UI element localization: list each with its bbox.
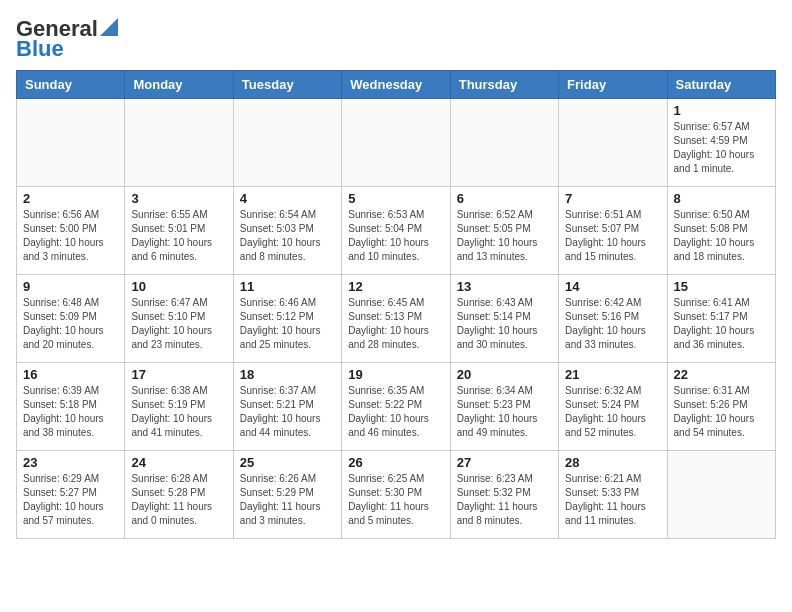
calendar-header-row: SundayMondayTuesdayWednesdayThursdayFrid… [17,71,776,99]
day-info: Sunrise: 6:57 AM Sunset: 4:59 PM Dayligh… [674,120,769,176]
calendar-cell: 15Sunrise: 6:41 AM Sunset: 5:17 PM Dayli… [667,275,775,363]
day-info: Sunrise: 6:52 AM Sunset: 5:05 PM Dayligh… [457,208,552,264]
day-number: 16 [23,367,118,382]
day-info: Sunrise: 6:54 AM Sunset: 5:03 PM Dayligh… [240,208,335,264]
calendar-week-row: 2Sunrise: 6:56 AM Sunset: 5:00 PM Daylig… [17,187,776,275]
day-number: 15 [674,279,769,294]
day-info: Sunrise: 6:34 AM Sunset: 5:23 PM Dayligh… [457,384,552,440]
day-number: 13 [457,279,552,294]
column-header-monday: Monday [125,71,233,99]
calendar-cell: 7Sunrise: 6:51 AM Sunset: 5:07 PM Daylig… [559,187,667,275]
calendar-cell: 2Sunrise: 6:56 AM Sunset: 5:00 PM Daylig… [17,187,125,275]
calendar-week-row: 23Sunrise: 6:29 AM Sunset: 5:27 PM Dayli… [17,451,776,539]
day-info: Sunrise: 6:25 AM Sunset: 5:30 PM Dayligh… [348,472,443,528]
calendar-cell: 21Sunrise: 6:32 AM Sunset: 5:24 PM Dayli… [559,363,667,451]
calendar-cell: 5Sunrise: 6:53 AM Sunset: 5:04 PM Daylig… [342,187,450,275]
day-number: 3 [131,191,226,206]
day-number: 19 [348,367,443,382]
day-number: 25 [240,455,335,470]
logo: General Blue [16,16,118,62]
calendar-cell: 17Sunrise: 6:38 AM Sunset: 5:19 PM Dayli… [125,363,233,451]
calendar-cell: 12Sunrise: 6:45 AM Sunset: 5:13 PM Dayli… [342,275,450,363]
calendar-week-row: 1Sunrise: 6:57 AM Sunset: 4:59 PM Daylig… [17,99,776,187]
calendar-cell: 28Sunrise: 6:21 AM Sunset: 5:33 PM Dayli… [559,451,667,539]
day-number: 23 [23,455,118,470]
logo-blue: Blue [16,36,64,62]
day-info: Sunrise: 6:42 AM Sunset: 5:16 PM Dayligh… [565,296,660,352]
day-info: Sunrise: 6:50 AM Sunset: 5:08 PM Dayligh… [674,208,769,264]
calendar-cell: 13Sunrise: 6:43 AM Sunset: 5:14 PM Dayli… [450,275,558,363]
day-number: 22 [674,367,769,382]
day-number: 18 [240,367,335,382]
day-number: 10 [131,279,226,294]
calendar-cell: 19Sunrise: 6:35 AM Sunset: 5:22 PM Dayli… [342,363,450,451]
day-number: 9 [23,279,118,294]
day-number: 8 [674,191,769,206]
day-number: 21 [565,367,660,382]
day-info: Sunrise: 6:53 AM Sunset: 5:04 PM Dayligh… [348,208,443,264]
calendar-cell: 9Sunrise: 6:48 AM Sunset: 5:09 PM Daylig… [17,275,125,363]
day-info: Sunrise: 6:37 AM Sunset: 5:21 PM Dayligh… [240,384,335,440]
calendar-cell: 3Sunrise: 6:55 AM Sunset: 5:01 PM Daylig… [125,187,233,275]
calendar-cell: 8Sunrise: 6:50 AM Sunset: 5:08 PM Daylig… [667,187,775,275]
day-info: Sunrise: 6:56 AM Sunset: 5:00 PM Dayligh… [23,208,118,264]
calendar-cell: 11Sunrise: 6:46 AM Sunset: 5:12 PM Dayli… [233,275,341,363]
column-header-saturday: Saturday [667,71,775,99]
day-info: Sunrise: 6:46 AM Sunset: 5:12 PM Dayligh… [240,296,335,352]
day-info: Sunrise: 6:32 AM Sunset: 5:24 PM Dayligh… [565,384,660,440]
day-info: Sunrise: 6:39 AM Sunset: 5:18 PM Dayligh… [23,384,118,440]
day-info: Sunrise: 6:45 AM Sunset: 5:13 PM Dayligh… [348,296,443,352]
day-info: Sunrise: 6:31 AM Sunset: 5:26 PM Dayligh… [674,384,769,440]
day-info: Sunrise: 6:48 AM Sunset: 5:09 PM Dayligh… [23,296,118,352]
column-header-friday: Friday [559,71,667,99]
day-number: 6 [457,191,552,206]
day-number: 2 [23,191,118,206]
calendar-table: SundayMondayTuesdayWednesdayThursdayFrid… [16,70,776,539]
day-info: Sunrise: 6:35 AM Sunset: 5:22 PM Dayligh… [348,384,443,440]
day-number: 4 [240,191,335,206]
day-info: Sunrise: 6:26 AM Sunset: 5:29 PM Dayligh… [240,472,335,528]
day-info: Sunrise: 6:38 AM Sunset: 5:19 PM Dayligh… [131,384,226,440]
page-header: General Blue [16,16,776,62]
day-info: Sunrise: 6:51 AM Sunset: 5:07 PM Dayligh… [565,208,660,264]
day-number: 7 [565,191,660,206]
day-number: 17 [131,367,226,382]
column-header-sunday: Sunday [17,71,125,99]
calendar-cell [17,99,125,187]
calendar-cell: 24Sunrise: 6:28 AM Sunset: 5:28 PM Dayli… [125,451,233,539]
day-number: 11 [240,279,335,294]
day-number: 1 [674,103,769,118]
calendar-cell [342,99,450,187]
calendar-cell: 26Sunrise: 6:25 AM Sunset: 5:30 PM Dayli… [342,451,450,539]
day-number: 12 [348,279,443,294]
day-number: 20 [457,367,552,382]
day-info: Sunrise: 6:55 AM Sunset: 5:01 PM Dayligh… [131,208,226,264]
calendar-week-row: 9Sunrise: 6:48 AM Sunset: 5:09 PM Daylig… [17,275,776,363]
calendar-cell [450,99,558,187]
calendar-cell [233,99,341,187]
calendar-cell: 27Sunrise: 6:23 AM Sunset: 5:32 PM Dayli… [450,451,558,539]
calendar-cell [125,99,233,187]
calendar-cell: 14Sunrise: 6:42 AM Sunset: 5:16 PM Dayli… [559,275,667,363]
day-info: Sunrise: 6:29 AM Sunset: 5:27 PM Dayligh… [23,472,118,528]
day-number: 24 [131,455,226,470]
logo-triangle-icon [100,18,118,36]
calendar-cell: 4Sunrise: 6:54 AM Sunset: 5:03 PM Daylig… [233,187,341,275]
calendar-cell: 16Sunrise: 6:39 AM Sunset: 5:18 PM Dayli… [17,363,125,451]
calendar-cell: 18Sunrise: 6:37 AM Sunset: 5:21 PM Dayli… [233,363,341,451]
day-info: Sunrise: 6:43 AM Sunset: 5:14 PM Dayligh… [457,296,552,352]
calendar-cell: 1Sunrise: 6:57 AM Sunset: 4:59 PM Daylig… [667,99,775,187]
column-header-thursday: Thursday [450,71,558,99]
day-number: 5 [348,191,443,206]
day-info: Sunrise: 6:47 AM Sunset: 5:10 PM Dayligh… [131,296,226,352]
calendar-cell [667,451,775,539]
calendar-cell: 22Sunrise: 6:31 AM Sunset: 5:26 PM Dayli… [667,363,775,451]
calendar-cell: 10Sunrise: 6:47 AM Sunset: 5:10 PM Dayli… [125,275,233,363]
calendar-cell: 25Sunrise: 6:26 AM Sunset: 5:29 PM Dayli… [233,451,341,539]
calendar-cell: 20Sunrise: 6:34 AM Sunset: 5:23 PM Dayli… [450,363,558,451]
day-info: Sunrise: 6:28 AM Sunset: 5:28 PM Dayligh… [131,472,226,528]
calendar-cell: 6Sunrise: 6:52 AM Sunset: 5:05 PM Daylig… [450,187,558,275]
day-info: Sunrise: 6:23 AM Sunset: 5:32 PM Dayligh… [457,472,552,528]
day-number: 26 [348,455,443,470]
column-header-tuesday: Tuesday [233,71,341,99]
